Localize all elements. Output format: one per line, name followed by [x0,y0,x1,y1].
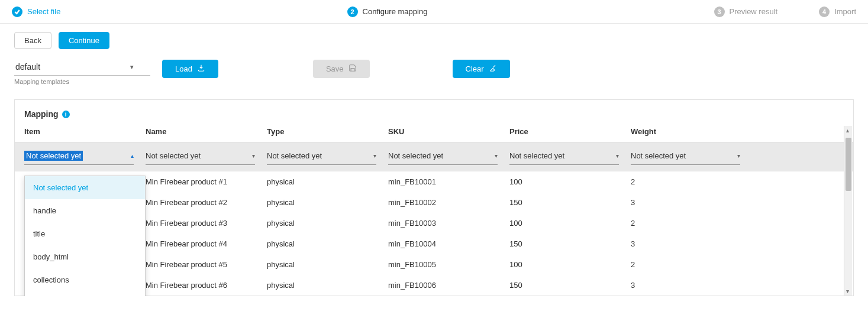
continue-button[interactable]: Continue [59,32,109,49]
cell-type: physical [267,177,388,186]
cell-type: physical [267,219,388,228]
cell-weight: 2 [631,177,752,186]
load-template-button[interactable]: Load [162,60,218,78]
chevron-down-icon: ▾ [373,152,376,159]
broom-icon [489,64,497,74]
cell-type: physical [267,239,388,248]
step-label: Configure mapping [363,7,428,16]
cell-sku: min_FB10005 [388,260,509,269]
save-label: Save [326,64,344,73]
step-import[interactable]: 4 Import [819,7,856,17]
save-template-button: Save [313,60,370,78]
mapping-grid: Item Name Type SKU Price Weight Not sele… [15,126,853,296]
mapping-select-sku[interactable]: Not selected yet ▾ [388,148,498,165]
mapping-select-item[interactable]: Not selected yet ▴ [24,148,134,165]
col-header-sku: SKU [388,127,509,136]
info-icon[interactable]: i [62,111,70,118]
col-header-name: Name [146,127,267,136]
mapping-template-helper: Mapping templates [14,78,150,85]
nav-actions: Back Continue [0,24,868,49]
cell-price: 150 [509,198,631,207]
step-configure-mapping[interactable]: 2 Configure mapping [347,7,428,17]
cell-weight: 2 [631,219,752,228]
mapping-select-row: Not selected yet ▴ Not selected yet ▾ No… [15,142,853,171]
dropdown-option[interactable]: title [25,222,145,245]
mapping-title-text: Mapping [24,109,59,119]
chevron-down-icon: ▾ [616,152,619,159]
step-label: Select file [27,7,60,16]
clear-label: Clear [466,64,484,73]
mapping-dropdown[interactable]: Not selected yethandletitlebody_htmlcoll… [24,176,146,296]
cell-weight: 3 [631,281,752,290]
step-number-icon: 2 [347,7,358,17]
select-value: Not selected yet [24,151,83,161]
cell-weight: 3 [631,239,752,248]
mapping-select-name[interactable]: Not selected yet ▾ [146,148,255,165]
cell-name: Min Firebear product #4 [146,239,267,248]
cell-weight: 2 [631,260,752,269]
cell-name: Min Firebear product #3 [146,219,267,228]
select-value: Not selected yet [146,151,201,160]
save-icon [349,64,357,74]
select-value: Not selected yet [388,151,443,160]
download-icon [197,64,205,74]
scroll-thumb[interactable] [846,138,851,191]
cell-price: 150 [509,239,631,248]
cell-name: Min Firebear product #2 [146,198,267,207]
cell-type: physical [267,198,388,207]
step-preview-result[interactable]: 3 Preview result [714,7,778,17]
chevron-down-icon: ▾ [495,152,498,159]
mapping-panel: Mapping i Item Name Type SKU Price Weigh… [14,99,854,296]
cell-price: 100 [509,219,631,228]
col-header-item: Item [24,127,146,136]
scrollbar[interactable]: ▴ ▾ [844,126,852,296]
step-number-icon: 4 [819,7,830,17]
cell-price: 100 [509,177,631,186]
col-header-weight: Weight [631,127,752,136]
cell-type: physical [267,281,388,290]
dropdown-option[interactable]: body_html [25,245,145,268]
mapping-select-price[interactable]: Not selected yet ▾ [509,148,619,165]
scroll-up-icon[interactable]: ▴ [846,127,849,134]
step-label: Import [834,7,856,16]
scroll-down-icon[interactable]: ▾ [846,288,849,294]
mapping-template-value: default [15,62,40,72]
step-select-file[interactable]: Select file [12,7,60,17]
clear-template-button[interactable]: Clear [453,60,510,78]
chevron-up-icon: ▴ [131,152,134,159]
dropdown-option[interactable]: vendor [25,291,145,296]
cell-weight: 3 [631,198,752,207]
select-value: Not selected yet [509,151,564,160]
col-header-type: Type [267,127,388,136]
select-value: Not selected yet [631,151,686,160]
cell-name: Min Firebear product #5 [146,260,267,269]
mapping-select-weight[interactable]: Not selected yet ▾ [631,148,740,165]
cell-sku: min_FB10006 [388,281,509,290]
chevron-down-icon: ▾ [130,63,134,71]
mapping-header-row: Item Name Type SKU Price Weight [15,126,853,142]
mapping-panel-title: Mapping i [15,109,853,126]
dropdown-option[interactable]: Not selected yet [25,176,145,199]
cell-sku: min_FB10004 [388,239,509,248]
step-label: Preview result [730,7,778,16]
cell-name: Min Firebear product #1 [146,177,267,186]
cell-sku: min_FB10002 [388,198,509,207]
load-label: Load [175,64,192,73]
dropdown-option[interactable]: handle [25,199,145,222]
mapping-template-select[interactable]: default ▾ [14,60,150,76]
chevron-down-icon: ▾ [252,152,255,159]
step-number-icon: 3 [714,7,725,17]
col-header-price: Price [509,127,631,136]
template-bar: default ▾ Mapping templates Load Save Cl… [0,49,868,85]
dropdown-option[interactable]: collections [25,268,145,291]
check-icon [12,7,22,17]
cell-sku: min_FB10001 [388,177,509,186]
cell-type: physical [267,260,388,269]
back-button[interactable]: Back [14,32,51,49]
cell-name: Min Firebear product #6 [146,281,267,290]
wizard-stepper: Select file 2 Configure mapping 3 Previe… [0,0,868,24]
chevron-down-icon: ▾ [737,152,740,159]
cell-price: 150 [509,281,631,290]
mapping-select-type[interactable]: Not selected yet ▾ [267,148,376,165]
cell-price: 100 [509,260,631,269]
